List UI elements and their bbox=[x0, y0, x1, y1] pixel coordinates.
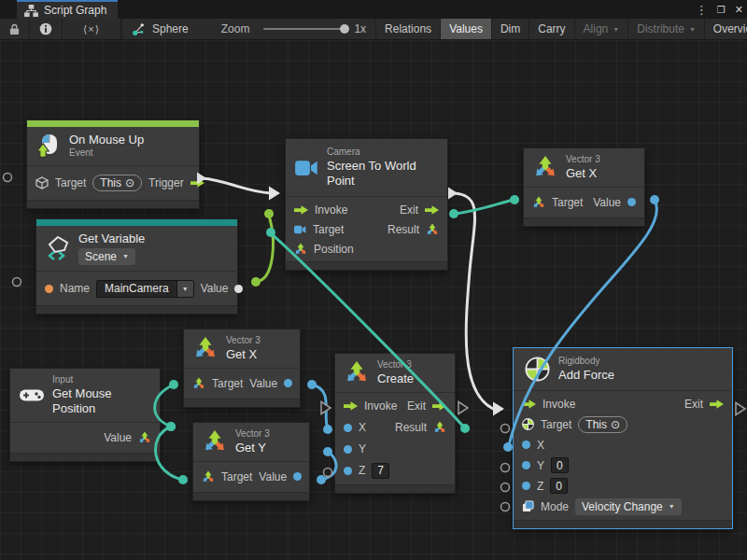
z-value-input[interactable]: 7 bbox=[372, 463, 389, 479]
camera-port-icon[interactable] bbox=[294, 225, 306, 234]
y-port-label: Y bbox=[359, 442, 366, 455]
node-get-y[interactable]: Vector 3 Get Y Target Value bbox=[192, 422, 310, 501]
node-add-force[interactable]: Rigidbody Add Force Invoke Exit Target T… bbox=[513, 347, 733, 529]
info-icon bbox=[39, 22, 52, 35]
node-get-variable[interactable]: Get Variable Scene▼ Name MainCamera ▼ Va… bbox=[35, 218, 238, 315]
relations-button[interactable]: Relations bbox=[376, 19, 441, 39]
tab-title: Script Graph bbox=[44, 4, 106, 17]
flow-in-arrow-icon[interactable] bbox=[522, 399, 536, 409]
vector3-port-icon[interactable] bbox=[532, 196, 545, 209]
rigidbody-port-icon[interactable] bbox=[522, 418, 534, 430]
vector3-icon bbox=[193, 336, 218, 360]
z-port-label: Z bbox=[359, 464, 365, 477]
node-on-mouse-up[interactable]: On Mouse Up Event Target This⊙ Trigger bbox=[26, 119, 200, 209]
flow-out-arrow-icon[interactable] bbox=[432, 401, 446, 411]
trigger-port-label: Trigger bbox=[148, 176, 184, 189]
float-port-dot[interactable] bbox=[344, 445, 352, 454]
object-picker-icon: ⊙ bbox=[125, 176, 134, 189]
y-value-input[interactable]: 0 bbox=[551, 457, 569, 473]
inspector-button[interactable] bbox=[30, 19, 63, 39]
node-footer bbox=[36, 305, 237, 314]
vector3-icon bbox=[533, 155, 557, 179]
node-get-x-top[interactable]: Vector 3 Get X Target Value bbox=[523, 147, 645, 227]
node-subtitle: Event bbox=[69, 147, 144, 160]
node-category: Vector 3 bbox=[566, 154, 600, 166]
string-port-dot[interactable] bbox=[45, 285, 53, 293]
window-maximize-icon[interactable]: ❐ bbox=[717, 5, 726, 15]
zoom-slider[interactable] bbox=[263, 28, 347, 30]
vector3-port-icon[interactable] bbox=[138, 431, 151, 444]
overview-button[interactable]: Overview bbox=[705, 19, 747, 39]
value-port-dot[interactable] bbox=[234, 285, 243, 293]
variable-scope-dropdown[interactable]: Scene▼ bbox=[78, 248, 135, 265]
carry-button[interactable]: Carry bbox=[529, 19, 574, 39]
target-self-selector[interactable]: This⊙ bbox=[92, 175, 142, 191]
node-title: Get X bbox=[226, 347, 261, 362]
exit-port-label: Exit bbox=[400, 203, 418, 217]
vector3-port-icon[interactable] bbox=[192, 377, 205, 390]
graph-breadcrumb: Sphere Zoom 1x bbox=[122, 19, 376, 39]
target-self-selector[interactable]: This⊙ bbox=[578, 416, 627, 433]
vector3-port-icon[interactable] bbox=[426, 223, 439, 236]
node-footer bbox=[27, 200, 199, 208]
float-port-dot[interactable] bbox=[522, 482, 530, 490]
x-port-label: X bbox=[359, 421, 366, 434]
variable-name-dropdown[interactable]: MainCamera ▼ bbox=[96, 280, 194, 298]
vector3-port-icon[interactable] bbox=[294, 243, 307, 256]
float-port-dot[interactable] bbox=[344, 424, 352, 432]
flow-in-arrow-icon[interactable] bbox=[294, 205, 308, 215]
node-get-mouse-position[interactable]: Input Get Mouse Position Value bbox=[9, 368, 161, 462]
force-mode-dropdown[interactable]: Velocity Change▼ bbox=[575, 498, 682, 515]
name-port-label: Name bbox=[60, 282, 90, 295]
float-port-dot[interactable] bbox=[293, 472, 302, 481]
node-title: Add Force bbox=[558, 368, 614, 383]
vector3-icon bbox=[345, 360, 369, 385]
node-category: Input bbox=[52, 374, 150, 386]
node-title: On Mouse Up bbox=[69, 133, 144, 147]
node-footer bbox=[524, 217, 644, 226]
lock-icon bbox=[9, 23, 20, 35]
values-button[interactable]: Values bbox=[441, 19, 492, 39]
graph-canvas[interactable]: On Mouse Up Event Target This⊙ Trigger G… bbox=[0, 40, 747, 560]
vector3-port-icon[interactable] bbox=[202, 470, 215, 483]
z-value-input[interactable]: 0 bbox=[550, 478, 568, 494]
input-icon bbox=[20, 387, 44, 403]
node-screen-to-world-point[interactable]: Camera Screen To World Point Invoke Exit… bbox=[285, 138, 448, 271]
invoke-port-label: Invoke bbox=[315, 203, 347, 217]
tab-script-graph[interactable]: Script Graph bbox=[17, 0, 118, 19]
node-category: Vector 3 bbox=[377, 359, 414, 371]
vector3-port-icon[interactable] bbox=[433, 421, 446, 434]
exit-port-label: Exit bbox=[407, 399, 426, 413]
graph-name[interactable]: Sphere bbox=[152, 22, 189, 35]
float-port-dot[interactable] bbox=[522, 441, 530, 449]
code-preview-button[interactable]: ⟨×⟩ bbox=[63, 19, 121, 39]
node-vector3-create[interactable]: Vector 3 Create Invoke Exit X Result Y bbox=[334, 353, 456, 494]
camera-icon bbox=[295, 160, 318, 176]
window-menu-icon[interactable]: ⋮ bbox=[696, 3, 708, 17]
lock-button[interactable] bbox=[0, 19, 30, 39]
zoom-label: Zoom bbox=[221, 22, 250, 35]
node-get-x-mid[interactable]: Vector 3 Get X Target Value bbox=[183, 329, 301, 408]
target-port-label: Target bbox=[313, 223, 344, 236]
node-category: Vector 3 bbox=[226, 335, 261, 347]
node-footer bbox=[335, 484, 455, 493]
window-close-icon[interactable]: ✕ bbox=[735, 4, 743, 16]
float-port-dot[interactable] bbox=[522, 461, 530, 469]
caret-down-icon: ▼ bbox=[613, 26, 619, 33]
flow-out-arrow-icon[interactable] bbox=[425, 205, 439, 215]
flow-out-arrow-icon[interactable] bbox=[710, 399, 724, 409]
dim-button[interactable]: Dim bbox=[492, 19, 529, 39]
flow-in-arrow-icon[interactable] bbox=[344, 401, 358, 411]
zoom-slider-knob[interactable] bbox=[340, 24, 349, 34]
float-port-dot[interactable] bbox=[627, 198, 636, 206]
flow-out-arrow-icon[interactable] bbox=[190, 178, 204, 188]
float-port-dot[interactable] bbox=[344, 467, 352, 475]
variable-accent-bar bbox=[36, 219, 237, 226]
invoke-port-label: Invoke bbox=[543, 398, 575, 411]
enum-port-icon[interactable] bbox=[522, 500, 534, 512]
float-port-dot[interactable] bbox=[284, 379, 292, 387]
node-title: Create bbox=[377, 371, 414, 386]
caret-down-icon: ▼ bbox=[669, 503, 675, 510]
node-title: Screen To World Point bbox=[327, 159, 438, 189]
gameobject-icon bbox=[35, 176, 49, 189]
